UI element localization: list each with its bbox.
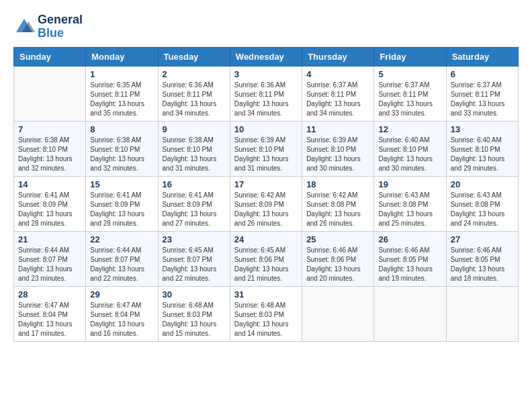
calendar-cell: 3Sunrise: 6:36 AMSunset: 8:11 PMDaylight… bbox=[230, 66, 302, 121]
calendar-cell: 19Sunrise: 6:43 AMSunset: 8:08 PMDayligh… bbox=[374, 176, 446, 231]
day-number: 12 bbox=[378, 124, 441, 134]
day-number: 28 bbox=[18, 289, 81, 300]
day-info: Sunrise: 6:48 AMSunset: 8:03 PMDaylight:… bbox=[163, 301, 226, 338]
page-header: General Blue bbox=[13, 13, 519, 40]
calendar-cell: 9Sunrise: 6:38 AMSunset: 8:10 PMDaylight… bbox=[158, 121, 230, 176]
calendar-cell: 4Sunrise: 6:37 AMSunset: 8:11 PMDaylight… bbox=[302, 66, 374, 121]
calendar-cell: 25Sunrise: 6:46 AMSunset: 8:06 PMDayligh… bbox=[302, 231, 374, 286]
day-info: Sunrise: 6:44 AMSunset: 8:07 PMDaylight:… bbox=[18, 246, 81, 283]
weekday-header-saturday: Saturday bbox=[446, 47, 518, 66]
day-number: 30 bbox=[163, 289, 226, 300]
day-info: Sunrise: 6:40 AMSunset: 8:10 PMDaylight:… bbox=[378, 136, 441, 173]
day-number: 29 bbox=[90, 289, 153, 300]
day-number: 1 bbox=[90, 69, 153, 79]
day-number: 3 bbox=[234, 69, 298, 79]
day-number: 11 bbox=[306, 124, 369, 134]
calendar-cell: 23Sunrise: 6:45 AMSunset: 8:07 PMDayligh… bbox=[158, 231, 230, 286]
day-number: 16 bbox=[163, 179, 226, 189]
day-number: 18 bbox=[306, 179, 369, 189]
day-info: Sunrise: 6:46 AMSunset: 8:05 PMDaylight:… bbox=[451, 246, 514, 283]
day-number: 6 bbox=[451, 69, 514, 79]
calendar-week-1: 1Sunrise: 6:35 AMSunset: 8:11 PMDaylight… bbox=[14, 66, 519, 121]
day-number: 14 bbox=[18, 179, 81, 189]
day-number: 10 bbox=[234, 124, 298, 134]
day-number: 20 bbox=[451, 179, 514, 189]
day-number: 15 bbox=[90, 179, 153, 189]
day-info: Sunrise: 6:41 AMSunset: 8:09 PMDaylight:… bbox=[163, 191, 226, 228]
day-number: 9 bbox=[163, 124, 226, 134]
day-info: Sunrise: 6:48 AMSunset: 8:03 PMDaylight:… bbox=[234, 301, 298, 338]
day-info: Sunrise: 6:43 AMSunset: 8:08 PMDaylight:… bbox=[451, 191, 514, 228]
day-number: 7 bbox=[18, 124, 81, 134]
day-info: Sunrise: 6:38 AMSunset: 8:10 PMDaylight:… bbox=[18, 136, 81, 173]
day-info: Sunrise: 6:46 AMSunset: 8:06 PMDaylight:… bbox=[306, 246, 369, 283]
weekday-header-row: SundayMondayTuesdayWednesdayThursdayFrid… bbox=[14, 47, 519, 66]
day-number: 19 bbox=[378, 179, 441, 189]
day-number: 4 bbox=[306, 69, 369, 79]
calendar-cell: 20Sunrise: 6:43 AMSunset: 8:08 PMDayligh… bbox=[446, 176, 518, 231]
calendar-cell: 7Sunrise: 6:38 AMSunset: 8:10 PMDaylight… bbox=[14, 121, 86, 176]
day-number: 2 bbox=[163, 69, 226, 79]
day-info: Sunrise: 6:37 AMSunset: 8:11 PMDaylight:… bbox=[451, 81, 514, 118]
day-info: Sunrise: 6:38 AMSunset: 8:10 PMDaylight:… bbox=[90, 136, 153, 173]
calendar-cell: 28Sunrise: 6:47 AMSunset: 8:04 PMDayligh… bbox=[14, 286, 86, 341]
day-info: Sunrise: 6:43 AMSunset: 8:08 PMDaylight:… bbox=[378, 191, 441, 228]
calendar-cell: 15Sunrise: 6:41 AMSunset: 8:09 PMDayligh… bbox=[86, 176, 158, 231]
calendar-cell bbox=[14, 66, 86, 121]
logo-icon bbox=[13, 16, 35, 38]
day-number: 5 bbox=[378, 69, 441, 79]
calendar-cell: 13Sunrise: 6:40 AMSunset: 8:10 PMDayligh… bbox=[446, 121, 518, 176]
calendar-cell: 12Sunrise: 6:40 AMSunset: 8:10 PMDayligh… bbox=[374, 121, 446, 176]
calendar-cell: 24Sunrise: 6:45 AMSunset: 8:06 PMDayligh… bbox=[230, 231, 302, 286]
logo-text: General Blue bbox=[38, 13, 83, 40]
calendar-table: SundayMondayTuesdayWednesdayThursdayFrid… bbox=[13, 47, 519, 342]
day-info: Sunrise: 6:46 AMSunset: 8:05 PMDaylight:… bbox=[378, 246, 441, 283]
calendar-cell: 27Sunrise: 6:46 AMSunset: 8:05 PMDayligh… bbox=[446, 231, 518, 286]
calendar-cell: 1Sunrise: 6:35 AMSunset: 8:11 PMDaylight… bbox=[86, 66, 158, 121]
weekday-header-wednesday: Wednesday bbox=[230, 47, 302, 66]
day-number: 21 bbox=[18, 234, 81, 244]
day-number: 8 bbox=[90, 124, 153, 134]
calendar-cell: 31Sunrise: 6:48 AMSunset: 8:03 PMDayligh… bbox=[230, 286, 302, 341]
calendar-cell bbox=[302, 286, 374, 341]
calendar-week-5: 28Sunrise: 6:47 AMSunset: 8:04 PMDayligh… bbox=[14, 286, 519, 341]
day-number: 13 bbox=[451, 124, 514, 134]
day-info: Sunrise: 6:47 AMSunset: 8:04 PMDaylight:… bbox=[18, 301, 81, 338]
logo: General Blue bbox=[13, 13, 83, 40]
calendar-cell bbox=[446, 286, 518, 341]
day-number: 31 bbox=[234, 289, 298, 300]
day-info: Sunrise: 6:47 AMSunset: 8:04 PMDaylight:… bbox=[90, 301, 153, 338]
day-number: 25 bbox=[306, 234, 369, 244]
day-info: Sunrise: 6:35 AMSunset: 8:11 PMDaylight:… bbox=[90, 81, 153, 118]
day-info: Sunrise: 6:41 AMSunset: 8:09 PMDaylight:… bbox=[18, 191, 81, 228]
weekday-header-tuesday: Tuesday bbox=[158, 47, 230, 66]
calendar-cell: 11Sunrise: 6:39 AMSunset: 8:10 PMDayligh… bbox=[302, 121, 374, 176]
calendar-week-3: 14Sunrise: 6:41 AMSunset: 8:09 PMDayligh… bbox=[14, 176, 519, 231]
day-info: Sunrise: 6:40 AMSunset: 8:10 PMDaylight:… bbox=[451, 136, 514, 173]
calendar-cell: 29Sunrise: 6:47 AMSunset: 8:04 PMDayligh… bbox=[86, 286, 158, 341]
day-info: Sunrise: 6:36 AMSunset: 8:11 PMDaylight:… bbox=[234, 81, 298, 118]
weekday-header-thursday: Thursday bbox=[302, 47, 374, 66]
calendar-cell bbox=[374, 286, 446, 341]
day-info: Sunrise: 6:39 AMSunset: 8:10 PMDaylight:… bbox=[306, 136, 369, 173]
calendar-cell: 2Sunrise: 6:36 AMSunset: 8:11 PMDaylight… bbox=[158, 66, 230, 121]
day-number: 22 bbox=[90, 234, 153, 244]
calendar-cell: 30Sunrise: 6:48 AMSunset: 8:03 PMDayligh… bbox=[158, 286, 230, 341]
day-info: Sunrise: 6:45 AMSunset: 8:07 PMDaylight:… bbox=[163, 246, 226, 283]
calendar-cell: 16Sunrise: 6:41 AMSunset: 8:09 PMDayligh… bbox=[158, 176, 230, 231]
calendar-cell: 6Sunrise: 6:37 AMSunset: 8:11 PMDaylight… bbox=[446, 66, 518, 121]
calendar-cell: 21Sunrise: 6:44 AMSunset: 8:07 PMDayligh… bbox=[14, 231, 86, 286]
day-number: 24 bbox=[234, 234, 298, 244]
calendar-cell: 17Sunrise: 6:42 AMSunset: 8:09 PMDayligh… bbox=[230, 176, 302, 231]
calendar-cell: 22Sunrise: 6:44 AMSunset: 8:07 PMDayligh… bbox=[86, 231, 158, 286]
calendar-cell: 5Sunrise: 6:37 AMSunset: 8:11 PMDaylight… bbox=[374, 66, 446, 121]
day-info: Sunrise: 6:44 AMSunset: 8:07 PMDaylight:… bbox=[90, 246, 153, 283]
day-info: Sunrise: 6:37 AMSunset: 8:11 PMDaylight:… bbox=[306, 81, 369, 118]
day-number: 26 bbox=[378, 234, 441, 244]
day-info: Sunrise: 6:38 AMSunset: 8:10 PMDaylight:… bbox=[163, 136, 226, 173]
day-info: Sunrise: 6:42 AMSunset: 8:08 PMDaylight:… bbox=[306, 191, 369, 228]
day-number: 17 bbox=[234, 179, 298, 189]
calendar-cell: 18Sunrise: 6:42 AMSunset: 8:08 PMDayligh… bbox=[302, 176, 374, 231]
calendar-week-2: 7Sunrise: 6:38 AMSunset: 8:10 PMDaylight… bbox=[14, 121, 519, 176]
weekday-header-monday: Monday bbox=[86, 47, 158, 66]
